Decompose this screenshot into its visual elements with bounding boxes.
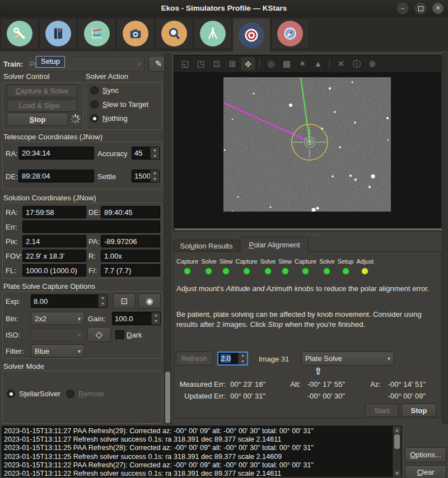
star [371, 175, 375, 179]
scrollbar-thumb[interactable] [394, 434, 400, 449]
spin-arrows-icon[interactable]: ▲▼ [151, 312, 160, 325]
tab-capture[interactable] [116, 18, 155, 49]
solution-r-field: 1.00x [101, 250, 160, 262]
crosshair-icon[interactable]: ◎ [264, 58, 278, 70]
toolbar-separator [329, 59, 330, 68]
tab-polar-alignment[interactable]: Polar Alignment [240, 237, 309, 252]
capture-solve-button[interactable]: Capture & Solve [7, 85, 77, 97]
gain-spinbox[interactable]: 100.0 ▲▼ [112, 312, 161, 325]
tab-mount[interactable] [194, 18, 232, 49]
tab-solution-results[interactable]: Solution Results [173, 240, 240, 252]
scroll-down-icon[interactable]: ▼ [393, 470, 401, 477]
zoom-default-icon[interactable]: ⊡ [210, 58, 223, 70]
binning-combo[interactable]: 2x2▾ [31, 312, 85, 325]
dark-checkbox[interactable] [115, 330, 124, 339]
left-panel-scrollbar[interactable] [164, 53, 171, 424]
rotator-button[interactable]: ◇ [87, 327, 111, 342]
tab-analyze[interactable] [78, 18, 116, 49]
maximize-button[interactable] [415, 3, 426, 14]
right-panel-scrollbar[interactable] [442, 53, 447, 424]
paa-start-button[interactable]: Start [365, 404, 399, 417]
detect-stars-icon[interactable]: ✶ [296, 58, 309, 70]
fl-label: FL: [6, 266, 16, 275]
star [329, 87, 331, 90]
refresh-method-combo[interactable]: Plate Solve▾ [301, 352, 394, 365]
spin-arrows-icon[interactable]: ▲▼ [150, 147, 159, 159]
subframe-button[interactable]: ⊡ [113, 293, 136, 308]
tab-setup[interactable] [1, 18, 39, 49]
chevron-down-icon: ▾ [78, 316, 81, 322]
fov-label: FOV: [6, 252, 22, 260]
spin-arrows-icon[interactable]: ▲▼ [150, 170, 159, 182]
star [368, 186, 371, 188]
pa-label: PA: [88, 237, 100, 246]
filter-combo[interactable]: Blue▾ [31, 344, 85, 358]
stretch-icon[interactable]: ▲ [311, 58, 325, 70]
spin-arrows-icon[interactable]: ▲▼ [98, 295, 107, 307]
loop-capture-button[interactable]: ◉ [138, 293, 161, 308]
image-splitter-handle[interactable] [174, 228, 442, 231]
telescope-ra-field[interactable]: 20:34:14 [18, 147, 94, 160]
minimize-button[interactable]: – [397, 3, 408, 14]
scrollbar-thumb[interactable] [165, 372, 170, 423]
star [388, 139, 389, 140]
zoom-out-icon[interactable]: ◳ [194, 58, 208, 70]
radio-sync[interactable]: Sync [90, 86, 119, 95]
log-view[interactable]: 2023-01-15T13:11:27 PAA Refresh(29): Cor… [1, 425, 402, 477]
log-splitter-dots[interactable]: ······ [141, 421, 158, 425]
stage-status-dot [302, 268, 309, 275]
radio-stellarsolver[interactable]: StellarSolver [7, 390, 60, 398]
exp-label: Exp: [6, 297, 20, 306]
iso-label: ISO: [6, 331, 20, 339]
fits-image[interactable] [223, 77, 391, 212]
accuracy-spinbox[interactable]: 45 ▲▼ [132, 147, 160, 160]
solution-fov-field: 22.9' x 18.3' [22, 250, 86, 262]
solution-fl-field: 1000.0 (1000.0) [22, 264, 86, 277]
exposure-spinbox[interactable]: 8.00 ▲▼ [31, 294, 108, 308]
radio-circle [7, 390, 15, 398]
grid-icon[interactable]: ▦ [280, 58, 293, 70]
telescope-de-field[interactable]: 89:28:04 [18, 170, 94, 182]
close-button[interactable]: ✕ [432, 3, 444, 14]
filter-label: Filter: [6, 347, 24, 355]
align-bullseye-icon [239, 22, 264, 48]
tab-scheduler[interactable] [39, 18, 77, 49]
options-button[interactable]: Options... [405, 447, 446, 462]
load-slew-button[interactable]: Load & Slew... [7, 99, 77, 112]
measured-err-label: Measured Err: [176, 380, 226, 388]
stop-button[interactable]: Stop [7, 113, 68, 126]
solution-err-field [22, 221, 160, 233]
stage-label: Setup [338, 258, 354, 265]
mark-stars-icon[interactable]: ✕ [334, 58, 348, 70]
info-icon[interactable]: ⓘ [350, 58, 363, 70]
splitter-dots[interactable]: ······ [303, 233, 320, 236]
tab-guide[interactable] [271, 18, 309, 49]
iso-combo[interactable]: ▾ [31, 328, 85, 341]
maximize-icon [418, 6, 423, 11]
clear-button[interactable]: Clear [405, 465, 446, 478]
spin-arrows-icon[interactable]: ▲▼ [238, 353, 247, 364]
tab-align[interactable] [232, 18, 270, 51]
stage-status-dot [361, 268, 368, 275]
refresh-exposure-spinbox[interactable]: 2.0 ▲▼ [217, 352, 248, 365]
paa-stop-button[interactable]: Stop [402, 404, 436, 417]
sol-de-label: DE: [88, 208, 101, 217]
scroll-up-icon[interactable]: ▲ [393, 427, 401, 434]
stage-label: Capture [295, 258, 316, 265]
radio-circle [66, 390, 74, 398]
pan-icon[interactable]: ✥ [241, 58, 255, 70]
radio-slew-to-target[interactable]: Slew to Target [90, 100, 148, 109]
zoom-fit-icon[interactable]: ⊞ [226, 58, 239, 70]
settle-spinbox[interactable]: 1500 ▲▼ [132, 170, 160, 182]
stage-label: Solve [260, 258, 276, 265]
log-scrollbar[interactable]: ▲ ▼ [393, 426, 401, 477]
pencil-icon: ✎ [155, 59, 162, 69]
radio-nothing[interactable]: Nothing [90, 114, 128, 123]
analyze-chart-icon [84, 21, 110, 46]
focus-magnifier-icon [161, 21, 187, 46]
scope-target-icon[interactable]: ⊕ [366, 58, 379, 70]
zoom-in-icon[interactable]: ◱ [179, 58, 192, 70]
radio-remote[interactable]: Remote [66, 390, 104, 398]
tab-focus[interactable] [155, 18, 193, 49]
refresh-button[interactable]: Refresh [176, 352, 213, 365]
